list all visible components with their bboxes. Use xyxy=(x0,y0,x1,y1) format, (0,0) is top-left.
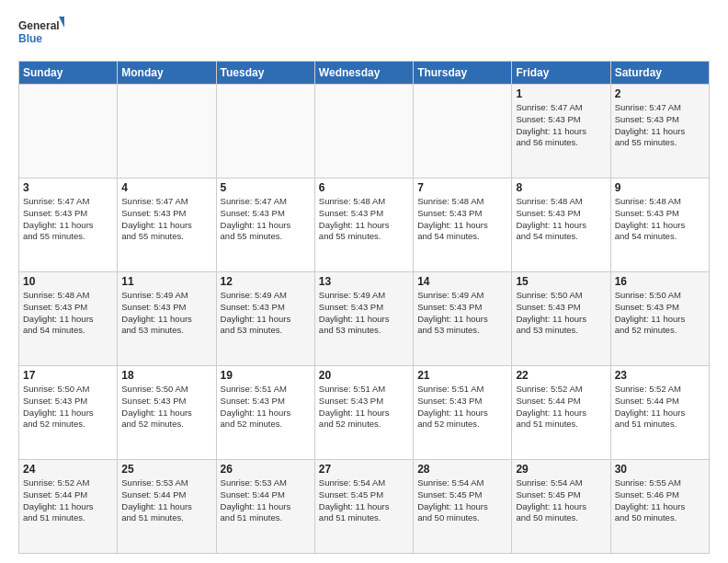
day-info: Sunrise: 5:47 AM Sunset: 5:43 PM Dayligh… xyxy=(615,102,705,149)
calendar-cell: 11Sunrise: 5:49 AM Sunset: 5:43 PM Dayli… xyxy=(118,272,216,366)
day-number: 17 xyxy=(23,369,113,382)
day-info: Sunrise: 5:48 AM Sunset: 5:43 PM Dayligh… xyxy=(23,290,113,337)
calendar-cell: 2Sunrise: 5:47 AM Sunset: 5:43 PM Daylig… xyxy=(610,85,709,178)
day-number: 6 xyxy=(319,181,409,194)
calendar-cell: 23Sunrise: 5:52 AM Sunset: 5:44 PM Dayli… xyxy=(610,366,709,460)
calendar-cell: 14Sunrise: 5:49 AM Sunset: 5:43 PM Dayli… xyxy=(414,272,512,366)
day-info: Sunrise: 5:47 AM Sunset: 5:43 PM Dayligh… xyxy=(23,196,113,243)
day-info: Sunrise: 5:51 AM Sunset: 5:43 PM Dayligh… xyxy=(221,384,311,431)
calendar-cell: 16Sunrise: 5:50 AM Sunset: 5:43 PM Dayli… xyxy=(610,272,709,366)
day-number: 25 xyxy=(121,463,211,476)
day-number: 26 xyxy=(221,463,311,476)
day-info: Sunrise: 5:47 AM Sunset: 5:43 PM Dayligh… xyxy=(516,102,606,149)
calendar-cell: 12Sunrise: 5:49 AM Sunset: 5:43 PM Dayli… xyxy=(216,272,314,366)
svg-marker-2 xyxy=(59,17,64,28)
calendar-cell xyxy=(118,85,216,178)
calendar-cell: 5Sunrise: 5:47 AM Sunset: 5:43 PM Daylig… xyxy=(216,178,314,272)
day-info: Sunrise: 5:54 AM Sunset: 5:45 PM Dayligh… xyxy=(319,477,409,524)
col-header-wednesday: Wednesday xyxy=(314,62,413,85)
calendar-cell: 29Sunrise: 5:54 AM Sunset: 5:45 PM Dayli… xyxy=(512,460,610,554)
calendar-cell: 24Sunrise: 5:52 AM Sunset: 5:44 PM Dayli… xyxy=(19,460,118,554)
day-number: 5 xyxy=(221,181,311,194)
day-number: 27 xyxy=(319,463,409,476)
col-header-monday: Monday xyxy=(118,62,216,85)
calendar-cell: 19Sunrise: 5:51 AM Sunset: 5:43 PM Dayli… xyxy=(216,366,314,460)
week-row-5: 24Sunrise: 5:52 AM Sunset: 5:44 PM Dayli… xyxy=(19,460,710,554)
day-number: 28 xyxy=(417,463,507,476)
day-number: 29 xyxy=(516,463,606,476)
day-info: Sunrise: 5:54 AM Sunset: 5:45 PM Dayligh… xyxy=(417,477,507,524)
calendar-cell: 26Sunrise: 5:53 AM Sunset: 5:44 PM Dayli… xyxy=(216,460,314,554)
svg-text:General: General xyxy=(18,19,60,32)
day-info: Sunrise: 5:52 AM Sunset: 5:44 PM Dayligh… xyxy=(23,477,113,524)
header: General Blue xyxy=(18,15,710,53)
day-number: 20 xyxy=(319,369,409,382)
calendar-cell: 13Sunrise: 5:49 AM Sunset: 5:43 PM Dayli… xyxy=(314,272,413,366)
week-row-2: 3Sunrise: 5:47 AM Sunset: 5:43 PM Daylig… xyxy=(19,178,710,272)
calendar-cell: 4Sunrise: 5:47 AM Sunset: 5:43 PM Daylig… xyxy=(118,178,216,272)
day-info: Sunrise: 5:47 AM Sunset: 5:43 PM Dayligh… xyxy=(121,196,211,243)
day-number: 23 xyxy=(615,369,705,382)
day-number: 22 xyxy=(516,369,606,382)
day-info: Sunrise: 5:50 AM Sunset: 5:43 PM Dayligh… xyxy=(615,290,705,337)
calendar-cell: 30Sunrise: 5:55 AM Sunset: 5:46 PM Dayli… xyxy=(610,460,709,554)
day-info: Sunrise: 5:48 AM Sunset: 5:43 PM Dayligh… xyxy=(417,196,507,243)
day-number: 9 xyxy=(615,181,705,194)
calendar-cell xyxy=(216,85,314,178)
day-info: Sunrise: 5:50 AM Sunset: 5:43 PM Dayligh… xyxy=(121,384,211,431)
day-info: Sunrise: 5:49 AM Sunset: 5:43 PM Dayligh… xyxy=(319,290,409,337)
calendar-cell: 15Sunrise: 5:50 AM Sunset: 5:43 PM Dayli… xyxy=(512,272,610,366)
day-number: 10 xyxy=(23,275,113,288)
week-row-1: 1Sunrise: 5:47 AM Sunset: 5:43 PM Daylig… xyxy=(19,85,710,178)
day-number: 14 xyxy=(417,275,507,288)
day-info: Sunrise: 5:52 AM Sunset: 5:44 PM Dayligh… xyxy=(516,384,606,431)
week-row-4: 17Sunrise: 5:50 AM Sunset: 5:43 PM Dayli… xyxy=(19,366,710,460)
day-number: 1 xyxy=(516,87,606,100)
page: General Blue SundayMondayTuesdayWednesda… xyxy=(0,0,728,563)
calendar-cell: 6Sunrise: 5:48 AM Sunset: 5:43 PM Daylig… xyxy=(314,178,413,272)
calendar-cell: 8Sunrise: 5:48 AM Sunset: 5:43 PM Daylig… xyxy=(512,178,610,272)
day-info: Sunrise: 5:53 AM Sunset: 5:44 PM Dayligh… xyxy=(221,477,311,524)
day-number: 13 xyxy=(319,275,409,288)
col-header-thursday: Thursday xyxy=(414,62,512,85)
col-header-sunday: Sunday xyxy=(19,62,118,85)
col-header-saturday: Saturday xyxy=(610,62,709,85)
calendar-cell: 17Sunrise: 5:50 AM Sunset: 5:43 PM Dayli… xyxy=(19,366,118,460)
day-number: 21 xyxy=(417,369,507,382)
calendar-cell: 25Sunrise: 5:53 AM Sunset: 5:44 PM Dayli… xyxy=(118,460,216,554)
svg-text:Blue: Blue xyxy=(18,32,42,45)
calendar-cell: 21Sunrise: 5:51 AM Sunset: 5:43 PM Dayli… xyxy=(414,366,512,460)
day-number: 30 xyxy=(615,463,705,476)
calendar-cell: 1Sunrise: 5:47 AM Sunset: 5:43 PM Daylig… xyxy=(512,85,610,178)
day-number: 16 xyxy=(615,275,705,288)
logo: General Blue xyxy=(18,15,64,53)
calendar-cell xyxy=(314,85,413,178)
calendar-cell: 22Sunrise: 5:52 AM Sunset: 5:44 PM Dayli… xyxy=(512,366,610,460)
day-number: 24 xyxy=(23,463,113,476)
calendar-cell: 9Sunrise: 5:48 AM Sunset: 5:43 PM Daylig… xyxy=(610,178,709,272)
logo-svg: General Blue xyxy=(18,15,64,53)
day-info: Sunrise: 5:51 AM Sunset: 5:43 PM Dayligh… xyxy=(319,384,409,431)
day-info: Sunrise: 5:48 AM Sunset: 5:43 PM Dayligh… xyxy=(319,196,409,243)
day-info: Sunrise: 5:49 AM Sunset: 5:43 PM Dayligh… xyxy=(121,290,211,337)
calendar-cell: 10Sunrise: 5:48 AM Sunset: 5:43 PM Dayli… xyxy=(19,272,118,366)
day-info: Sunrise: 5:49 AM Sunset: 5:43 PM Dayligh… xyxy=(221,290,311,337)
col-header-tuesday: Tuesday xyxy=(216,62,314,85)
day-number: 12 xyxy=(221,275,311,288)
day-number: 11 xyxy=(121,275,211,288)
calendar-table: SundayMondayTuesdayWednesdayThursdayFrid… xyxy=(18,61,710,554)
day-info: Sunrise: 5:51 AM Sunset: 5:43 PM Dayligh… xyxy=(417,384,507,431)
calendar-cell: 28Sunrise: 5:54 AM Sunset: 5:45 PM Dayli… xyxy=(414,460,512,554)
day-number: 3 xyxy=(23,181,113,194)
day-info: Sunrise: 5:49 AM Sunset: 5:43 PM Dayligh… xyxy=(417,290,507,337)
calendar-cell: 7Sunrise: 5:48 AM Sunset: 5:43 PM Daylig… xyxy=(414,178,512,272)
day-info: Sunrise: 5:48 AM Sunset: 5:43 PM Dayligh… xyxy=(615,196,705,243)
day-number: 7 xyxy=(417,181,507,194)
calendar-cell: 27Sunrise: 5:54 AM Sunset: 5:45 PM Dayli… xyxy=(314,460,413,554)
calendar-cell xyxy=(19,85,118,178)
day-info: Sunrise: 5:55 AM Sunset: 5:46 PM Dayligh… xyxy=(615,477,705,524)
day-number: 8 xyxy=(516,181,606,194)
day-number: 18 xyxy=(121,369,211,382)
calendar-cell xyxy=(414,85,512,178)
day-number: 2 xyxy=(615,87,705,100)
